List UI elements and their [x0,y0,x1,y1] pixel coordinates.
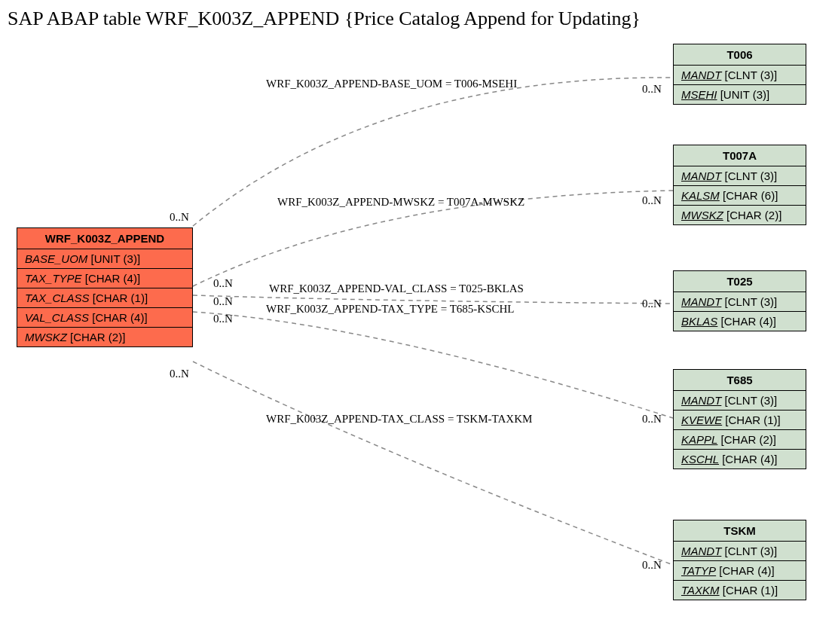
cardinality-label: 0..N [642,83,662,96]
cardinality-label: 0..N [170,211,189,224]
cardinality-label: 0..N [213,295,233,308]
relation-label: WRF_K003Z_APPEND-VAL_CLASS = T025-BKLAS [269,282,524,295]
relation-label: WRF_K003Z_APPEND-TAX_CLASS = TSKM-TAXKM [266,413,532,426]
cardinality-label: 0..N [642,298,662,310]
cardinality-label: 0..N [170,368,189,380]
cardinality-label: 0..N [642,194,662,207]
cardinality-label: 0..N [642,413,662,426]
entity-field: KALSM [CHAR (6)] [674,186,806,206]
entity-field: MWSKZ [CHAR (2)] [17,328,192,346]
entity-header: WRF_K003Z_APPEND [17,228,192,249]
entity-field: BASE_UOM [UNIT (3)] [17,249,192,269]
entity-field: VAL_CLASS [CHAR (4)] [17,308,192,328]
entity-field: TATYP [CHAR (4)] [674,561,806,581]
entity-field: BKLAS [CHAR (4)] [674,312,806,331]
entity-field: KSCHL [CHAR (4)] [674,450,806,469]
entity-t025: T025 MANDT [CLNT (3)] BKLAS [CHAR (4)] [673,270,806,331]
entity-header: T007A [674,145,806,166]
relation-label: WRF_K003Z_APPEND-MWSKZ = T007A-MWSKZ [277,196,525,209]
entity-field: KAPPL [CHAR (2)] [674,430,806,450]
entity-field: TAX_CLASS [CHAR (1)] [17,288,192,308]
entity-header: T025 [674,271,806,292]
entity-field: MANDT [CLNT (3)] [674,391,806,411]
entity-field: MSEHI [UNIT (3)] [674,85,806,104]
entity-t006: T006 MANDT [CLNT (3)] MSEHI [UNIT (3)] [673,44,806,105]
diagram-title: SAP ABAP table WRF_K003Z_APPEND {Price C… [8,8,641,30]
entity-tskm: TSKM MANDT [CLNT (3)] TATYP [CHAR (4)] T… [673,520,806,600]
entity-header: T006 [674,44,806,66]
entity-wrf-k003z-append: WRF_K003Z_APPEND BASE_UOM [UNIT (3)] TAX… [17,227,193,347]
entity-t685: T685 MANDT [CLNT (3)] KVEWE [CHAR (1)] K… [673,369,806,469]
entity-field: KVEWE [CHAR (1)] [674,411,806,430]
entity-field: TAX_TYPE [CHAR (4)] [17,269,192,288]
entity-header: TSKM [674,520,806,542]
entity-field: MANDT [CLNT (3)] [674,166,806,186]
entity-field: TAXKM [CHAR (1)] [674,581,806,600]
entity-field: MANDT [CLNT (3)] [674,542,806,561]
entity-field: MANDT [CLNT (3)] [674,66,806,85]
relation-label: WRF_K003Z_APPEND-TAX_TYPE = T685-KSCHL [266,303,515,316]
entity-field: MWSKZ [CHAR (2)] [674,206,806,224]
cardinality-label: 0..N [642,559,662,572]
entity-header: T685 [674,370,806,391]
entity-t007a: T007A MANDT [CLNT (3)] KALSM [CHAR (6)] … [673,145,806,225]
cardinality-label: 0..N [213,277,233,290]
cardinality-label: 0..N [213,313,233,325]
relation-label: WRF_K003Z_APPEND-BASE_UOM = T006-MSEHI [266,78,517,90]
entity-field: MANDT [CLNT (3)] [674,292,806,312]
